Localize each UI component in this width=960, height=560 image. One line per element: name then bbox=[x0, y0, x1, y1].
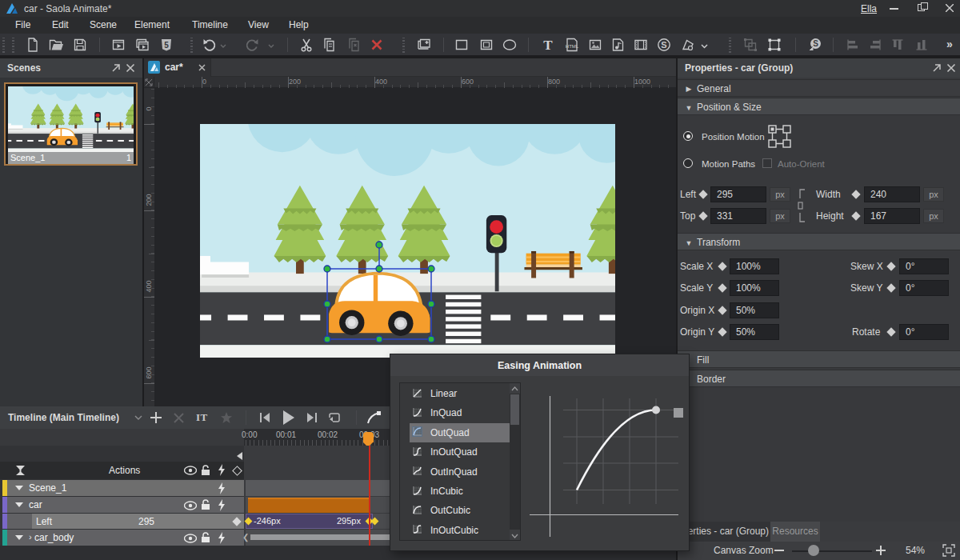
svg-text:S: S bbox=[813, 39, 818, 48]
svg-text:T: T bbox=[543, 38, 553, 53]
svg-text:S: S bbox=[661, 40, 666, 50]
svg-text:HTML: HTML bbox=[566, 44, 579, 49]
svg-text:5: 5 bbox=[164, 41, 169, 50]
